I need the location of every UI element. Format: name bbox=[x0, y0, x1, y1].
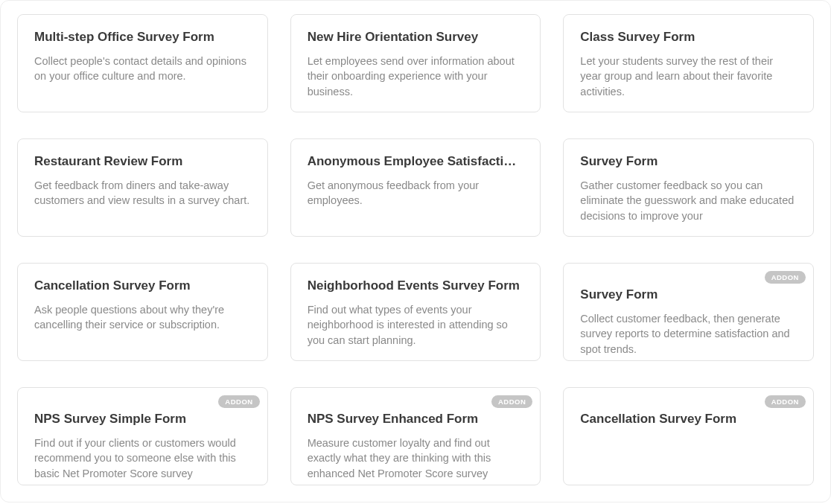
template-card[interactable]: ADDON Cancellation Survey Form bbox=[563, 387, 814, 485]
template-card[interactable]: ADDON Survey Form Collect customer feedb… bbox=[563, 263, 814, 361]
template-card-title: NPS Survey Enhanced Form bbox=[308, 412, 524, 427]
template-card-title: New Hire Orientation Survey bbox=[308, 30, 524, 45]
template-card-desc: Measure customer loyalty and find out ex… bbox=[308, 436, 524, 481]
template-card-desc: Collect people's contact details and opi… bbox=[34, 54, 251, 84]
template-card-title: Anonymous Employee Satisfactio… bbox=[308, 154, 524, 169]
template-card[interactable]: Restaurant Review Form Get feedback from… bbox=[17, 138, 268, 237]
template-card-title: Cancellation Survey Form bbox=[580, 412, 797, 427]
addon-badge: ADDON bbox=[765, 395, 806, 408]
template-card[interactable]: ADDON NPS Survey Enhanced Form Measure c… bbox=[290, 387, 541, 485]
template-card[interactable]: Cancellation Survey Form Ask people ques… bbox=[17, 263, 268, 361]
addon-badge: ADDON bbox=[218, 395, 259, 408]
template-card-desc: Let your students survey the rest of the… bbox=[580, 54, 797, 99]
template-card[interactable]: Neighborhood Events Survey Form Find out… bbox=[290, 263, 541, 361]
template-card-title: Multi-step Office Survey Form bbox=[34, 30, 251, 45]
template-card-desc: Let employees send over information abou… bbox=[308, 54, 524, 99]
template-card-desc: Gather customer feedback so you can elim… bbox=[580, 178, 797, 223]
template-card[interactable]: ADDON NPS Survey Simple Form Find out if… bbox=[17, 387, 268, 485]
template-card[interactable]: Anonymous Employee Satisfactio… Get anon… bbox=[290, 138, 541, 237]
template-card-desc: Get anonymous feedback from your employe… bbox=[308, 178, 524, 208]
template-card-desc: Ask people questions about why they're c… bbox=[34, 302, 251, 333]
template-card-title: Class Survey Form bbox=[580, 30, 797, 45]
template-card[interactable]: Survey Form Gather customer feedback so … bbox=[563, 138, 814, 237]
template-card-title: Neighborhood Events Survey Form bbox=[308, 278, 524, 293]
template-card-title: Survey Form bbox=[580, 154, 797, 169]
template-card-title: Survey Form bbox=[580, 287, 797, 302]
addon-badge: ADDON bbox=[765, 271, 806, 284]
template-card[interactable]: New Hire Orientation Survey Let employee… bbox=[290, 14, 541, 112]
template-grid: Multi-step Office Survey Form Collect pe… bbox=[17, 14, 814, 485]
template-card-title: Cancellation Survey Form bbox=[34, 278, 251, 293]
addon-badge: ADDON bbox=[491, 395, 532, 408]
template-card-desc: Find out if your clients or customers wo… bbox=[34, 436, 251, 481]
template-card-desc: Collect customer feedback, then generate… bbox=[580, 311, 797, 357]
template-card-title: Restaurant Review Form bbox=[34, 154, 251, 169]
template-card[interactable]: Multi-step Office Survey Form Collect pe… bbox=[17, 14, 268, 112]
template-card-desc: Find out what types of events your neigh… bbox=[308, 302, 524, 348]
template-card-desc: Get feedback from diners and take-away c… bbox=[34, 178, 251, 208]
template-card-title: NPS Survey Simple Form bbox=[34, 412, 251, 427]
template-card[interactable]: Class Survey Form Let your students surv… bbox=[563, 14, 814, 112]
